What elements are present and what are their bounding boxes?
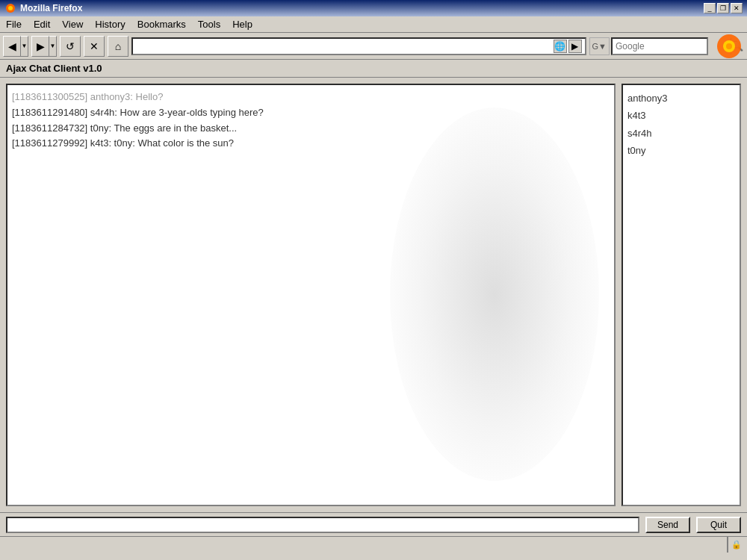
back-dropdown-button[interactable]: ▼ bbox=[21, 36, 28, 57]
quit-button[interactable]: Quit bbox=[696, 517, 741, 533]
users-panel: anthony3 k4t3 s4r4h t0ny bbox=[622, 84, 741, 506]
main-content: [1183611300525] anthony3: Hello? [118361… bbox=[0, 78, 747, 512]
reload-button[interactable]: ↺ bbox=[60, 36, 81, 57]
app-title: Ajax Chat Client v1.0 bbox=[6, 63, 102, 74]
menu-bookmarks[interactable]: Bookmarks bbox=[131, 17, 192, 31]
user-entry-anthony3: anthony3 bbox=[627, 90, 735, 107]
address-bar: 🌐 ▶ bbox=[131, 37, 586, 55]
title-bar-controls: _ ❐ ✕ bbox=[704, 3, 743, 13]
chat-message-4: [1183611279992] k4t3: t0ny: What color i… bbox=[12, 136, 610, 152]
firefox-logo bbox=[714, 34, 744, 58]
user-entry-t0ny: t0ny bbox=[627, 142, 735, 159]
back-button[interactable]: ◀ bbox=[3, 36, 21, 57]
status-bar-text bbox=[3, 537, 728, 553]
close-button[interactable]: ✕ bbox=[731, 3, 743, 13]
user-entry-s4r4h: s4r4h bbox=[627, 125, 735, 142]
minimize-button[interactable]: _ bbox=[704, 3, 716, 13]
app-header: Ajax Chat Client v1.0 bbox=[0, 60, 747, 78]
menu-edit[interactable]: Edit bbox=[28, 17, 56, 31]
chat-message-2: [1183611291480] s4r4h: How are 3-year-ol… bbox=[12, 105, 610, 121]
address-globe-button[interactable]: 🌐 bbox=[554, 40, 567, 53]
svg-point-4 bbox=[726, 43, 732, 49]
restore-button[interactable]: ❐ bbox=[717, 3, 729, 13]
back-button-group: ◀ ▼ bbox=[3, 36, 28, 57]
google-search-group: G▼ 🔍 bbox=[589, 37, 708, 55]
title-bar: Mozilla Firefox _ ❐ ✕ bbox=[0, 0, 747, 16]
user-entry-k4t3: k4t3 bbox=[627, 107, 735, 124]
google-search-bar: 🔍 bbox=[611, 37, 708, 55]
google-search-input[interactable] bbox=[613, 41, 731, 52]
status-bar: 🔒 bbox=[0, 536, 747, 553]
forward-button-group: ▶ ▼ bbox=[31, 36, 57, 57]
chat-message-3: [1183611284732] t0ny: The eggs are in th… bbox=[12, 121, 610, 137]
menu-file[interactable]: File bbox=[0, 17, 28, 31]
firefox-logo-icon bbox=[716, 33, 743, 60]
svg-point-1 bbox=[8, 6, 13, 10]
chat-message-input[interactable] bbox=[6, 517, 639, 533]
menu-bar: File Edit View History Bookmarks Tools H… bbox=[0, 16, 747, 33]
bottom-bar: Send Quit bbox=[0, 512, 747, 536]
address-input[interactable] bbox=[136, 41, 554, 52]
chat-message-1: [1183611300525] anthony3: Hello? bbox=[12, 90, 610, 105]
menu-help[interactable]: Help bbox=[226, 17, 258, 31]
firefox-icon bbox=[4, 2, 16, 14]
menu-history[interactable]: History bbox=[89, 17, 131, 31]
google-label: G▼ bbox=[589, 37, 610, 55]
menu-view[interactable]: View bbox=[56, 17, 89, 31]
stop-button[interactable]: ✕ bbox=[84, 36, 105, 57]
window-title: Mozilla Firefox bbox=[20, 3, 82, 13]
chat-area: [1183611300525] anthony3: Hello? [118361… bbox=[6, 84, 616, 506]
menu-tools[interactable]: Tools bbox=[192, 17, 226, 31]
status-bar-lock-icon: 🔒 bbox=[728, 537, 744, 553]
forward-dropdown-button[interactable]: ▼ bbox=[49, 36, 57, 57]
address-go-button[interactable]: ▶ bbox=[568, 40, 582, 53]
home-button[interactable]: ⌂ bbox=[108, 36, 128, 57]
send-button[interactable]: Send bbox=[645, 517, 690, 533]
title-bar-left: Mozilla Firefox bbox=[4, 2, 82, 14]
toolbar: ◀ ▼ ▶ ▼ ↺ ✕ ⌂ 🌐 ▶ G▼ 🔍 bbox=[0, 33, 747, 60]
forward-button[interactable]: ▶ bbox=[31, 36, 49, 57]
